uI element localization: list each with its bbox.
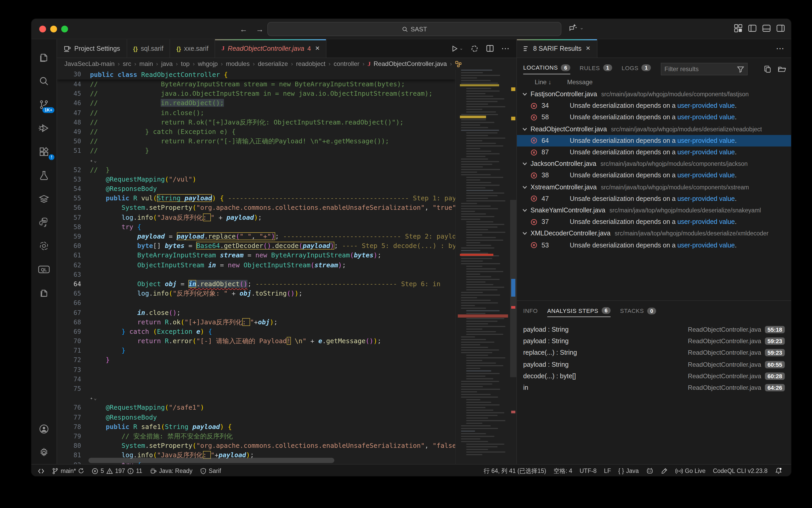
breadcrumb-item[interactable]: java bbox=[161, 60, 173, 68]
line-number[interactable]: 79 bbox=[57, 432, 81, 441]
code-line[interactable]: 57 log.info("Java反序列化: " + payload); bbox=[57, 213, 455, 222]
close-icon[interactable]: ✕ bbox=[586, 45, 590, 52]
result-message-link[interactable]: user-provided value bbox=[677, 114, 735, 121]
minimize-window-button[interactable] bbox=[50, 26, 57, 32]
code-line[interactable]: 63 bbox=[57, 270, 455, 280]
code-line[interactable]: 46// in.readObject(); bbox=[57, 99, 455, 108]
line-number[interactable]: 61 bbox=[57, 251, 81, 260]
result-row[interactable]: 34Unsafe deserialization depends on a us… bbox=[517, 100, 791, 112]
breadcrumb-item[interactable]: src bbox=[123, 60, 131, 68]
line-number[interactable]: 69 bbox=[57, 327, 81, 336]
result-file-group[interactable]: SnakeYamlController.javasrc/main/java/to… bbox=[517, 205, 791, 216]
horizontal-scrollbar[interactable] bbox=[88, 458, 334, 463]
result-message-link[interactable]: user-provided value bbox=[677, 137, 735, 144]
line-number[interactable]: 45 bbox=[57, 89, 81, 98]
code-line[interactable]: 48// return R.ok("[+]Java反序列化: ObjectInp… bbox=[57, 118, 455, 127]
zoom-window-button[interactable] bbox=[61, 26, 68, 32]
result-file-group[interactable]: FastjsonController.javasrc/main/java/top… bbox=[517, 88, 791, 100]
line-number[interactable]: 50 bbox=[57, 136, 81, 146]
line-number[interactable]: 68 bbox=[57, 317, 81, 327]
line-number[interactable]: 73 bbox=[57, 365, 81, 374]
line-number[interactable]: 46 bbox=[57, 99, 81, 108]
eol[interactable]: LF bbox=[600, 465, 615, 477]
python-icon[interactable] bbox=[31, 210, 56, 234]
breadcrumb-item[interactable]: deserialize bbox=[258, 60, 288, 68]
line-number[interactable]: 75 bbox=[57, 384, 81, 393]
code-line[interactable]: 64 Object obj = in.readObject(); -------… bbox=[57, 280, 455, 289]
line-number[interactable]: 55 bbox=[57, 194, 81, 203]
inline-widget-row[interactable]: ✦⌄ bbox=[57, 156, 455, 165]
sarif-status[interactable]: Sarif bbox=[196, 465, 225, 477]
problems-indicator[interactable]: 5 197 11 bbox=[88, 465, 146, 477]
line-number[interactable]: 81 bbox=[57, 451, 81, 460]
run-button[interactable]: ⌄ bbox=[451, 45, 463, 52]
extension-robot-indicator[interactable] bbox=[642, 465, 657, 477]
breadcrumb[interactable]: JavaSecLab-main›src›main›java›top›whgojp… bbox=[57, 58, 516, 70]
encoding[interactable]: UTF-8 bbox=[576, 465, 600, 477]
line-number[interactable]: 62 bbox=[57, 260, 81, 270]
split-editor-icon[interactable] bbox=[486, 44, 494, 52]
line-number[interactable]: 44 bbox=[57, 80, 81, 89]
panel-more-actions-icon[interactable]: ⋯ bbox=[776, 43, 785, 53]
line-number[interactable]: 64 bbox=[57, 280, 81, 289]
tab-project-settings[interactable]: Project Settings bbox=[57, 39, 127, 57]
line-number[interactable]: 77 bbox=[57, 413, 81, 422]
code-line[interactable]: 78 public R safe1(String payload) { bbox=[57, 422, 455, 432]
tab-readobjectcontroller[interactable]: J ReadObjectController.java 4 ✕ bbox=[215, 39, 327, 57]
result-file-group[interactable]: ReadObjectController.javasrc/main/java/t… bbox=[517, 123, 791, 135]
result-row[interactable]: 87Unsafe deserialization depends on a us… bbox=[517, 146, 791, 158]
code-line[interactable]: 60 byte[] bytes = Base64.getDecoder().de… bbox=[57, 241, 455, 251]
code-line[interactable]: 79 // 安全措施: 禁用不安全的反序列化 bbox=[57, 432, 455, 441]
tab-locations[interactable]: LOCATIONS 6 bbox=[523, 64, 570, 74]
breadcrumb-item[interactable]: whgojp bbox=[198, 60, 218, 68]
code-line[interactable]: 68 return R.ok("[+]Java反序列化: "+obj); bbox=[57, 317, 455, 327]
result-message-link[interactable]: user-provided value bbox=[677, 172, 735, 179]
java-status[interactable]: Java: Ready bbox=[146, 465, 196, 477]
notifications-bell[interactable] bbox=[771, 465, 786, 477]
code-line[interactable]: 77 @ResponseBody bbox=[57, 413, 455, 422]
code-line[interactable]: 49// } catch (Exception e) { bbox=[57, 127, 455, 136]
code-line[interactable]: 44// ByteArrayInputStream stream = new B… bbox=[57, 80, 455, 89]
line-number[interactable]: 74 bbox=[57, 375, 81, 384]
code-line[interactable]: 80 System.setProperty("org.apache.common… bbox=[57, 441, 455, 451]
code-line[interactable]: 58 try { bbox=[57, 222, 455, 232]
codeql-icon[interactable]: QL bbox=[31, 257, 56, 281]
code-line[interactable]: 47// in.close(); bbox=[57, 108, 455, 118]
code-line[interactable]: 71 } bbox=[57, 346, 455, 355]
code-line[interactable]: 65 log.info("反序列化对象: " + obj.toString())… bbox=[57, 289, 455, 298]
line-number[interactable]: 78 bbox=[57, 422, 81, 432]
toggle-panel-icon[interactable] bbox=[762, 24, 771, 33]
inline-suggestion-icon[interactable]: ✦⌄ bbox=[90, 156, 98, 165]
tab-info[interactable]: INFO bbox=[523, 308, 538, 316]
inline-suggestion-icon[interactable]: ✦⌄ bbox=[90, 393, 98, 403]
line-number[interactable]: 70 bbox=[57, 336, 81, 346]
explorer-icon[interactable] bbox=[31, 45, 56, 69]
run-debug-icon[interactable] bbox=[31, 116, 56, 140]
close-window-button[interactable] bbox=[39, 26, 46, 32]
openai-icon[interactable] bbox=[31, 234, 56, 257]
codeql-version[interactable]: CodeQL CLI v2.23.8 bbox=[709, 465, 771, 477]
result-row[interactable]: 53Unsafe deserialization depends on a us… bbox=[517, 239, 791, 251]
code-line[interactable]: 70 return R.error("[-] 请输入正确的 Payload! \… bbox=[57, 336, 455, 346]
sticky-scroll-line[interactable]: 30public class ReadObjectController { bbox=[57, 70, 455, 80]
code-line[interactable]: 53 @RequestMapping("/vul") bbox=[57, 175, 455, 184]
line-number[interactable]: 59 bbox=[57, 232, 81, 241]
branch-indicator[interactable]: main* bbox=[48, 465, 88, 477]
result-file-group[interactable]: XstreamController.javasrc/main/java/top/… bbox=[517, 181, 791, 193]
code-line[interactable]: 61 ByteArrayInputStream stream = new Byt… bbox=[57, 251, 455, 260]
line-number[interactable]: 57 bbox=[57, 213, 81, 222]
result-file-group[interactable]: JacksonController.javasrc/main/java/top/… bbox=[517, 158, 791, 170]
code-line[interactable]: 67 in.close(); bbox=[57, 308, 455, 317]
cursor-position[interactable]: 行 64, 列 41 (已选择15) bbox=[480, 465, 550, 477]
tab-sarif-results[interactable]: 8 SARIF Results ✕ bbox=[517, 39, 597, 57]
analysis-step-row[interactable]: payload : StringReadObjectController.jav… bbox=[517, 358, 791, 370]
customize-layout-icon[interactable] bbox=[734, 24, 742, 33]
tab-xxe-sarif[interactable]: {} xxe.sarif bbox=[170, 39, 215, 57]
line-number[interactable]: 82 bbox=[57, 460, 81, 464]
tab-sql-sarif[interactable]: {} sql.sarif bbox=[127, 39, 170, 57]
search-sidebar-icon[interactable] bbox=[31, 69, 56, 93]
testing-icon[interactable] bbox=[31, 163, 56, 187]
line-number[interactable]: 53 bbox=[57, 175, 81, 184]
close-icon[interactable]: ✕ bbox=[315, 45, 320, 52]
copilot-chat-button[interactable]: ⌄ bbox=[569, 23, 584, 32]
